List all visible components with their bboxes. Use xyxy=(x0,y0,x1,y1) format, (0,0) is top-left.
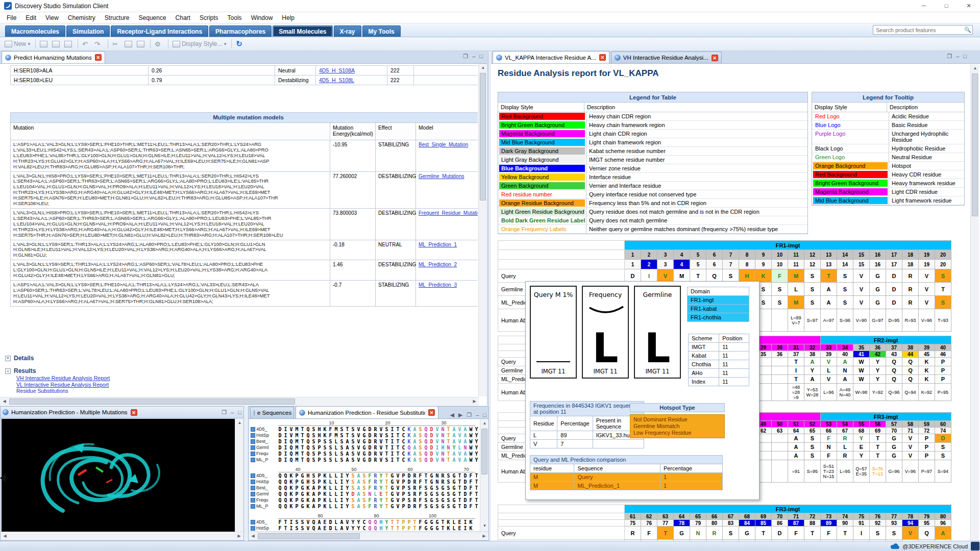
residue-char[interactable]: H xyxy=(316,433,322,438)
residue-char[interactable]: N xyxy=(440,451,446,457)
residue-char[interactable]: S xyxy=(339,457,345,463)
residue-char[interactable]: T xyxy=(283,519,288,525)
residue-char[interactable]: S xyxy=(300,519,305,525)
residue-char[interactable]: S xyxy=(418,439,423,444)
residue-char[interactable]: V xyxy=(395,497,401,503)
residue-char[interactable]: P xyxy=(316,504,322,509)
residue-cell[interactable]: A xyxy=(821,283,837,296)
residue-char[interactable]: F xyxy=(418,485,423,491)
residue-char[interactable]: Q xyxy=(283,491,288,497)
residue-char[interactable]: D xyxy=(367,433,373,438)
residue-char[interactable]: S xyxy=(311,479,316,485)
residue-char[interactable]: V xyxy=(434,457,440,463)
residue-char[interactable]: R xyxy=(373,439,378,444)
residue-char[interactable]: Y xyxy=(451,445,457,450)
residue-char[interactable]: T xyxy=(474,491,479,497)
residue-char[interactable]: G xyxy=(429,504,434,509)
residue-cell[interactable] xyxy=(772,443,788,452)
residue-cell[interactable]: Q xyxy=(886,366,902,375)
residue-char[interactable]: S xyxy=(446,473,451,479)
residue-char[interactable]: Q xyxy=(367,519,373,525)
residue-char[interactable]: G xyxy=(300,485,305,491)
residue-cell[interactable]: T xyxy=(804,527,821,540)
residue-char[interactable]: S xyxy=(339,451,345,457)
residue-cell[interactable]: A=49 N=40 xyxy=(837,384,853,401)
residue-char[interactable]: Y xyxy=(345,473,350,479)
residue-char[interactable]: R xyxy=(440,479,446,485)
residue-char[interactable]: Q xyxy=(277,491,283,497)
residue-char[interactable]: P xyxy=(316,497,322,503)
residue-char[interactable]: T xyxy=(423,479,429,485)
residue-char[interactable]: Q xyxy=(423,445,429,450)
residue-cell[interactable]: D xyxy=(886,269,902,283)
residue-char[interactable]: V xyxy=(356,427,361,432)
residue-char[interactable]: K xyxy=(288,473,294,479)
residue-cell[interactable]: K xyxy=(919,366,935,375)
scrollbar-thumb[interactable] xyxy=(481,429,487,474)
residue-char[interactable]: P xyxy=(294,491,300,497)
residue-char[interactable]: A xyxy=(345,457,350,463)
residue-char[interactable]: L xyxy=(333,491,339,497)
residue-char[interactable]: M xyxy=(294,445,300,450)
residue-cell[interactable]: Y xyxy=(870,375,886,384)
residue-char[interactable]: V xyxy=(378,427,384,432)
residue-char[interactable]: P xyxy=(401,491,406,497)
residue-char[interactable]: S xyxy=(418,433,423,438)
residue-char[interactable]: F xyxy=(277,519,283,525)
residue-char[interactable]: K xyxy=(305,497,311,503)
residue-cell[interactable]: D xyxy=(886,296,902,309)
residue-char[interactable]: T xyxy=(457,485,462,491)
residue-char[interactable]: S xyxy=(350,479,356,485)
residue-char[interactable]: D xyxy=(328,525,333,531)
residue-char[interactable]: E xyxy=(457,519,462,525)
residue-char[interactable]: D xyxy=(277,445,283,450)
tab-sequences[interactable]: e Sequences ✕ xyxy=(250,407,294,418)
residue-cell[interactable]: S xyxy=(837,269,853,283)
residue-char[interactable]: L xyxy=(328,473,333,479)
residue-char[interactable]: K xyxy=(406,457,412,463)
residue-cell[interactable]: T xyxy=(870,434,886,443)
residue-char[interactable]: I xyxy=(283,439,288,444)
residue-char[interactable]: L xyxy=(451,525,457,531)
residue-char[interactable]: T xyxy=(457,497,462,503)
residue-char[interactable]: V xyxy=(395,491,401,497)
residue-char[interactable]: I xyxy=(339,491,345,497)
residue-char[interactable]: Q xyxy=(305,457,311,463)
residue-char[interactable]: G xyxy=(440,504,446,509)
maximize-panel-icon[interactable]: □ xyxy=(483,412,486,418)
residue-char[interactable]: L xyxy=(333,473,339,479)
residue-char[interactable]: Q xyxy=(423,427,429,432)
residue-char[interactable]: K xyxy=(305,491,311,497)
maximize-panel-icon[interactable]: □ xyxy=(963,53,967,60)
residue-char[interactable]: V xyxy=(305,525,311,531)
residue-char[interactable]: V xyxy=(395,479,401,485)
residue-char[interactable]: Q xyxy=(367,525,373,531)
residue-char[interactable]: T xyxy=(474,479,479,485)
residue-cell[interactable]: A xyxy=(837,375,853,384)
residue-char[interactable]: G xyxy=(389,485,395,491)
residue-cell[interactable]: L=95 xyxy=(837,460,853,483)
residue-char[interactable]: T xyxy=(446,451,451,457)
residue-char[interactable]: Y xyxy=(345,485,350,491)
save-button[interactable] xyxy=(64,41,74,47)
tab-residue-substitutions[interactable]: Humanization Prediction - Residue Substi… xyxy=(296,407,438,418)
residue-cell[interactable]: V xyxy=(853,283,870,296)
residue-char[interactable]: T xyxy=(384,473,389,479)
residue-char[interactable]: T xyxy=(446,439,451,444)
residue-char[interactable]: G xyxy=(429,525,434,531)
residue-char[interactable]: S xyxy=(294,525,300,531)
residue-char[interactable]: Y xyxy=(384,519,389,525)
residue-char[interactable]: T xyxy=(395,427,401,432)
residue-cell[interactable]: T xyxy=(837,527,853,540)
residue-cell[interactable]: K=92 xyxy=(919,384,935,401)
residue-cell[interactable]: S xyxy=(804,283,821,296)
residue-char[interactable]: D xyxy=(367,445,373,450)
residue-char[interactable]: P xyxy=(401,485,406,491)
residue-char[interactable]: D xyxy=(350,491,356,497)
residue-char[interactable]: V xyxy=(395,485,401,491)
residue-char[interactable]: T xyxy=(384,497,389,503)
model-link[interactable]: ML_Prediction_1 xyxy=(419,242,457,247)
residue-char[interactable]: R xyxy=(373,457,378,463)
result-link-vh-interactive-residue-analysis-report[interactable]: VH Interactive Residue Analysis Report xyxy=(16,375,110,382)
menu-file[interactable]: File xyxy=(2,13,21,22)
